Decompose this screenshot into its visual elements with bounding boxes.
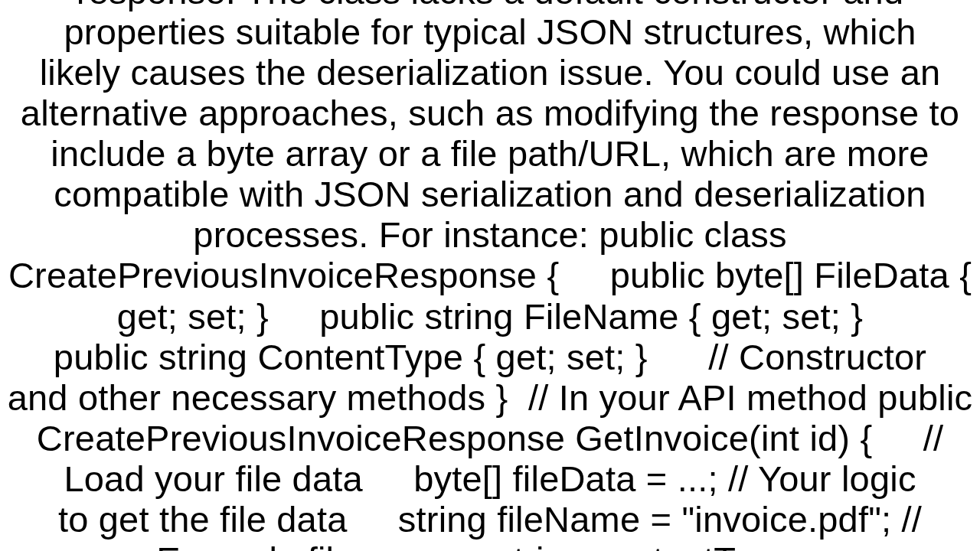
document-body-text: response. The class lacks a default cons… — [0, 0, 980, 551]
